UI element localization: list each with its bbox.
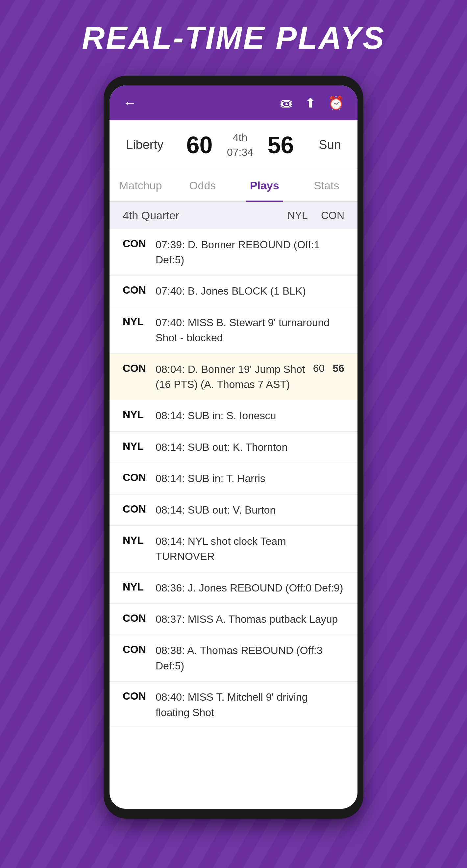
- play-team: NYL: [123, 408, 149, 421]
- play-description: 08:38: A. Thomas REBOUND (Off:3 Def:5): [156, 643, 344, 673]
- tab-odds[interactable]: Odds: [172, 170, 234, 201]
- away-score: 60: [186, 131, 213, 158]
- game-clock: 07:34: [227, 145, 253, 160]
- table-row: CON07:40: B. Jones BLOCK (1 BLK): [110, 276, 357, 307]
- page-title: REAL-TIME PLAYS: [82, 20, 385, 56]
- play-description: 07:40: MISS B. Stewart 9' turnaround Sho…: [156, 315, 344, 346]
- home-score: 56: [268, 131, 294, 158]
- plays-list: CON07:39: D. Bonner REBOUND (Off:1 Def:5…: [110, 229, 357, 728]
- share-icon[interactable]: ⬆: [305, 95, 316, 111]
- back-button[interactable]: ←: [123, 95, 137, 111]
- play-team: CON: [123, 362, 149, 374]
- quarter-teams: NYL CON: [287, 210, 344, 222]
- top-bar-left: ←: [123, 95, 137, 111]
- table-row: CON08:14: SUB in: T. Harris: [110, 463, 357, 494]
- play-description: 08:14: SUB in: S. Ionescu: [156, 408, 344, 423]
- quarter-label: 4th Quarter: [123, 209, 179, 222]
- play-team: CON: [123, 502, 149, 515]
- play-team: CON: [123, 237, 149, 250]
- ticket-icon[interactable]: 🎟: [280, 96, 293, 111]
- table-row: CON08:40: MISS T. Mitchell 9' driving fl…: [110, 682, 357, 728]
- play-team: CON: [123, 471, 149, 484]
- play-description: 08:14: SUB out: V. Burton: [156, 502, 344, 518]
- score-header: Liberty 60 4th 07:34 56 Sun: [110, 120, 357, 170]
- table-row: NYL08:36: J. Jones REBOUND (Off:0 Def:9): [110, 572, 357, 603]
- tabs-bar: Matchup Odds Plays Stats: [110, 170, 357, 202]
- play-team: CON: [123, 689, 149, 702]
- play-description: 07:39: D. Bonner REBOUND (Off:1 Def:5): [156, 237, 344, 268]
- table-row: CON08:04: D. Bonner 19' Jump Shot (16 PT…: [110, 354, 357, 400]
- play-team: NYL: [123, 315, 149, 328]
- quarter-header: 4th Quarter NYL CON: [110, 202, 357, 229]
- top-bar-right: 🎟 ⬆ ⏰: [280, 95, 344, 111]
- table-row: CON08:14: SUB out: V. Burton: [110, 495, 357, 526]
- phone-frame: ← 🎟 ⬆ ⏰ Liberty 60 4th 07:34 56 Sun Matc…: [103, 75, 364, 819]
- play-description: 08:04: D. Bonner 19' Jump Shot (16 PTS) …: [156, 362, 307, 392]
- top-bar: ← 🎟 ⬆ ⏰: [110, 86, 357, 120]
- game-period: 4th: [227, 130, 253, 145]
- play-description: 08:40: MISS T. Mitchell 9' driving float…: [156, 689, 344, 720]
- play-score-away: 60: [313, 362, 325, 374]
- play-description: 08:37: MISS A. Thomas putback Layup: [156, 612, 344, 627]
- play-description: 08:14: NYL shot clock Team TURNOVER: [156, 534, 344, 564]
- play-score-home: 56: [333, 362, 344, 374]
- table-row: CON07:39: D. Bonner REBOUND (Off:1 Def:5…: [110, 229, 357, 276]
- table-row: CON08:38: A. Thomas REBOUND (Off:3 Def:5…: [110, 635, 357, 682]
- game-info: 4th 07:34: [227, 130, 253, 160]
- tab-stats[interactable]: Stats: [295, 170, 358, 201]
- table-row: NYL07:40: MISS B. Stewart 9' turnaround …: [110, 307, 357, 354]
- table-row: NYL08:14: NYL shot clock Team TURNOVER: [110, 526, 357, 572]
- away-team-name: Liberty: [126, 138, 172, 152]
- play-description: 08:14: SUB out: K. Thornton: [156, 440, 344, 455]
- play-description: 07:40: B. Jones BLOCK (1 BLK): [156, 283, 344, 299]
- play-description: 08:36: J. Jones REBOUND (Off:0 Def:9): [156, 580, 344, 595]
- play-team: CON: [123, 283, 149, 296]
- col1-label: NYL: [287, 210, 308, 222]
- play-scores: 6056: [313, 362, 344, 374]
- play-team: NYL: [123, 440, 149, 453]
- play-description: 08:14: SUB in: T. Harris: [156, 471, 344, 486]
- play-team: CON: [123, 643, 149, 656]
- phone-screen: ← 🎟 ⬆ ⏰ Liberty 60 4th 07:34 56 Sun Matc…: [110, 86, 357, 809]
- tab-matchup[interactable]: Matchup: [110, 170, 172, 201]
- alarm-icon[interactable]: ⏰: [328, 95, 344, 111]
- table-row: CON08:37: MISS A. Thomas putback Layup: [110, 603, 357, 635]
- table-row: NYL08:14: SUB in: S. Ionescu: [110, 400, 357, 431]
- col2-label: CON: [321, 210, 344, 222]
- table-row: NYL08:14: SUB out: K. Thornton: [110, 432, 357, 463]
- tab-plays[interactable]: Plays: [234, 170, 295, 201]
- play-team: CON: [123, 612, 149, 624]
- game-day: Sun: [308, 138, 341, 152]
- play-team: NYL: [123, 580, 149, 593]
- play-team: NYL: [123, 534, 149, 547]
